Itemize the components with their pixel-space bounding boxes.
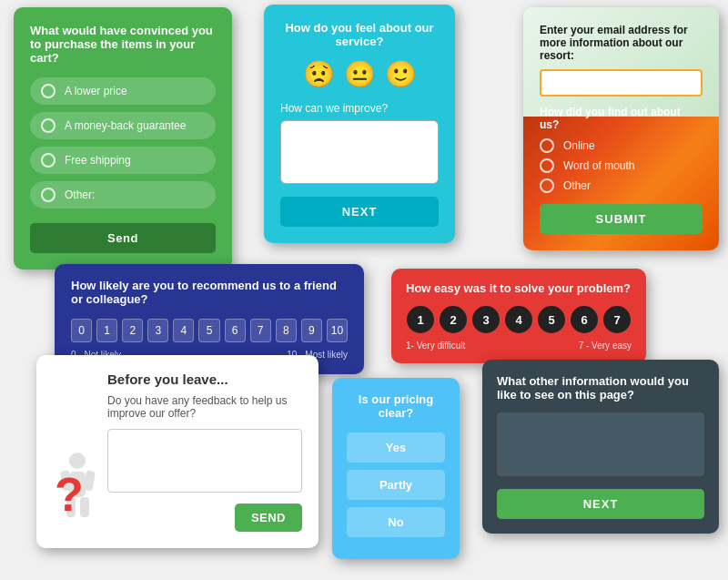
info-textarea[interactable]	[497, 412, 704, 476]
easy-number-5[interactable]: 5	[538, 306, 565, 333]
resort-radio-option[interactable]: Other	[540, 178, 703, 193]
svg-point-0	[69, 453, 86, 469]
nps-number-1[interactable]: 1	[96, 319, 117, 342]
easy-number-1[interactable]: 1	[407, 306, 434, 333]
nps-number-10[interactable]: 10	[327, 319, 348, 342]
radio-circle	[41, 84, 56, 98]
info-title: What other information would you like to…	[497, 374, 704, 402]
radio-circle	[41, 118, 56, 133]
purchase-survey-card: What would have convinced you to purchas…	[14, 7, 232, 270]
leave-description: Do you have any feedback to help us impr…	[107, 394, 302, 420]
happy-emoji[interactable]: 🙂	[385, 59, 417, 89]
leave-textarea[interactable]	[107, 429, 302, 493]
sad-emoji[interactable]: 😟	[303, 59, 335, 89]
resort-card: Enter your email address for more inform…	[523, 7, 719, 250]
resort-title: Enter your email address for more inform…	[540, 24, 703, 62]
easy-number-6[interactable]: 6	[571, 306, 598, 333]
nps-number-7[interactable]: 7	[250, 319, 271, 342]
nps-number-2[interactable]: 2	[122, 319, 143, 342]
nps-number-0[interactable]: 0	[71, 319, 92, 342]
radio-circle	[540, 158, 554, 173]
improve-label: How can we improve?	[280, 102, 439, 115]
radio-circle	[540, 178, 554, 193]
nps-number-6[interactable]: 6	[225, 319, 246, 342]
nps-number-9[interactable]: 9	[301, 319, 322, 342]
easy-title: How easy was it to solve your problem?	[406, 281, 632, 295]
send-leave-button[interactable]: SEND	[235, 504, 302, 532]
resort-radio-option[interactable]: Online	[540, 138, 703, 153]
easy-card: How easy was it to solve your problem? 1…	[391, 269, 646, 363]
question-icon: ?	[53, 452, 103, 532]
email-input[interactable]	[540, 69, 703, 97]
easy-number-4[interactable]: 4	[505, 306, 532, 333]
radio-circle	[41, 188, 56, 202]
easy-number-7[interactable]: 7	[603, 306, 631, 333]
resort-radio-option[interactable]: Word of mouth	[540, 158, 703, 173]
easy-high-label: 7 - Very easy	[579, 341, 632, 351]
submit-button[interactable]: SUBMIT	[540, 204, 703, 234]
next-button-teal[interactable]: NEXT	[280, 197, 439, 227]
info-card: What other information would you like to…	[482, 360, 719, 534]
pricing-option-no[interactable]: No	[347, 507, 445, 537]
leave-card: Before you leave... Do you have any feed…	[36, 355, 318, 548]
radio-option[interactable]: Other:	[30, 181, 216, 209]
nps-number-5[interactable]: 5	[198, 319, 219, 342]
easy-low-label: 1- Very difficult	[406, 341, 465, 351]
improve-textarea[interactable]	[280, 120, 439, 184]
easy-number-2[interactable]: 2	[440, 306, 467, 333]
send-button[interactable]: Send	[30, 223, 216, 253]
radio-circle	[41, 153, 56, 168]
radio-circle	[540, 138, 554, 153]
easy-number-3[interactable]: 3	[472, 306, 500, 333]
nps-number-3[interactable]: 3	[147, 319, 168, 342]
service-feedback-card: How do you feel about our service? 😟 😐 🙂…	[264, 5, 455, 243]
nps-number-4[interactable]: 4	[173, 319, 194, 342]
svg-rect-3	[83, 470, 96, 491]
pricing-option-yes[interactable]: Yes	[347, 432, 445, 463]
source-label: How did you find out about us?	[540, 106, 703, 131]
purchase-title: What would have convinced you to purchas…	[30, 24, 216, 65]
leave-title: Before you leave...	[107, 371, 302, 387]
radio-option[interactable]: A lower price	[30, 77, 216, 105]
pricing-card: Is our pricing clear? YesPartlyNo	[332, 378, 460, 559]
pricing-option-partly[interactable]: Partly	[347, 470, 445, 500]
next-button-info[interactable]: NEXT	[497, 489, 704, 519]
radio-option[interactable]: A money-back guarantee	[30, 112, 216, 139]
service-title: How do you feel about our service?	[280, 21, 439, 48]
emoji-row: 😟 😐 🙂	[280, 59, 439, 89]
radio-option[interactable]: Free shipping	[30, 147, 216, 174]
nps-title: How likely are you to recommend us to a …	[71, 279, 348, 306]
svg-text:?: ?	[55, 468, 84, 521]
pricing-title: Is our pricing clear?	[347, 392, 445, 420]
nps-number-8[interactable]: 8	[276, 319, 297, 342]
neutral-emoji[interactable]: 😐	[344, 59, 376, 89]
